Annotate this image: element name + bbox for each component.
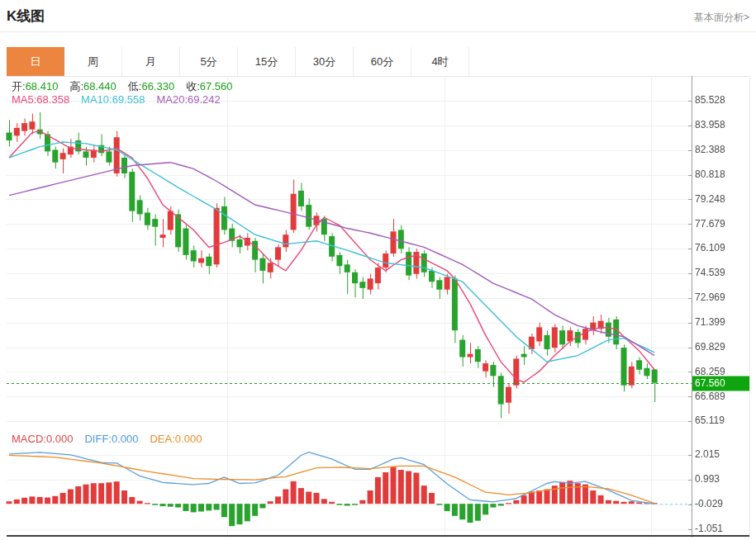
tab-period-7[interactable]: 4时 bbox=[411, 47, 469, 76]
candlestick-chart-canvas[interactable] bbox=[0, 76, 756, 428]
ohlc-item-3: 收:67.560 bbox=[186, 80, 232, 92]
ma-item-1: MA10:69.558 bbox=[81, 93, 145, 106]
ma-item-0: MA5:68.358 bbox=[12, 93, 69, 106]
bottom-scroll-bar[interactable] bbox=[7, 535, 749, 537]
tab-period-4[interactable]: 15分 bbox=[238, 47, 296, 76]
title-divider bbox=[0, 31, 756, 32]
period-tabbar: 日周月5分15分30分60分4时 bbox=[7, 47, 749, 77]
tab-period-1[interactable]: 周 bbox=[64, 47, 122, 76]
ohlc-item-2: 低:66.330 bbox=[128, 80, 174, 92]
tab-period-2[interactable]: 月 bbox=[122, 47, 180, 76]
macd-item-2: DEA:0.000 bbox=[150, 433, 202, 445]
macd-item-0: MACD:0.000 bbox=[12, 433, 73, 445]
macd-item-1: DIFF:0.000 bbox=[84, 433, 138, 445]
tab-period-0[interactable]: 日 bbox=[7, 47, 64, 76]
right-edge-border bbox=[749, 76, 750, 537]
macd-legend-row: MACD:0.000DIFF:0.000DEA:0.000 bbox=[12, 433, 213, 445]
page-title: K线图 bbox=[7, 7, 45, 26]
ohlc-item-0: 开:68.410 bbox=[12, 80, 58, 92]
fundamental-analysis-link[interactable]: 基本面分析> bbox=[694, 11, 749, 25]
tab-period-5[interactable]: 30分 bbox=[296, 47, 354, 76]
ma-legend-row: MA5:68.358MA10:69.558MA20:69.242 bbox=[12, 93, 232, 106]
kline-page: K线图 基本面分析> 日周月5分15分30分60分4时 开:68.410高:68… bbox=[0, 0, 756, 540]
tab-period-3[interactable]: 5分 bbox=[180, 47, 238, 76]
ohlc-legend-row: 开:68.410高:68.440低:66.330收:67.560 bbox=[12, 79, 245, 94]
ma-item-2: MA20:69.242 bbox=[156, 93, 220, 106]
ohlc-item-1: 高:68.440 bbox=[69, 80, 116, 92]
tab-period-6[interactable]: 60分 bbox=[354, 47, 411, 76]
